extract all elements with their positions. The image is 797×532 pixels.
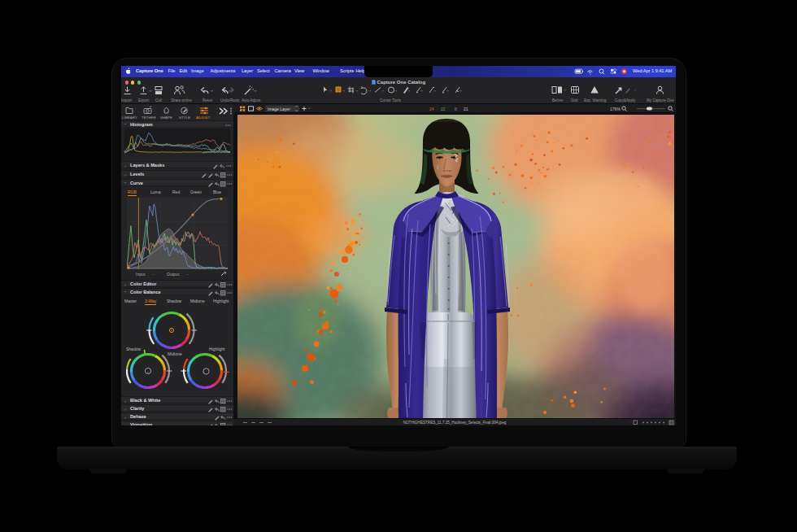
svg-text:...: ...: [125, 154, 128, 156]
svg-text:...: ...: [226, 154, 229, 156]
svg-text:...: ...: [175, 154, 177, 156]
